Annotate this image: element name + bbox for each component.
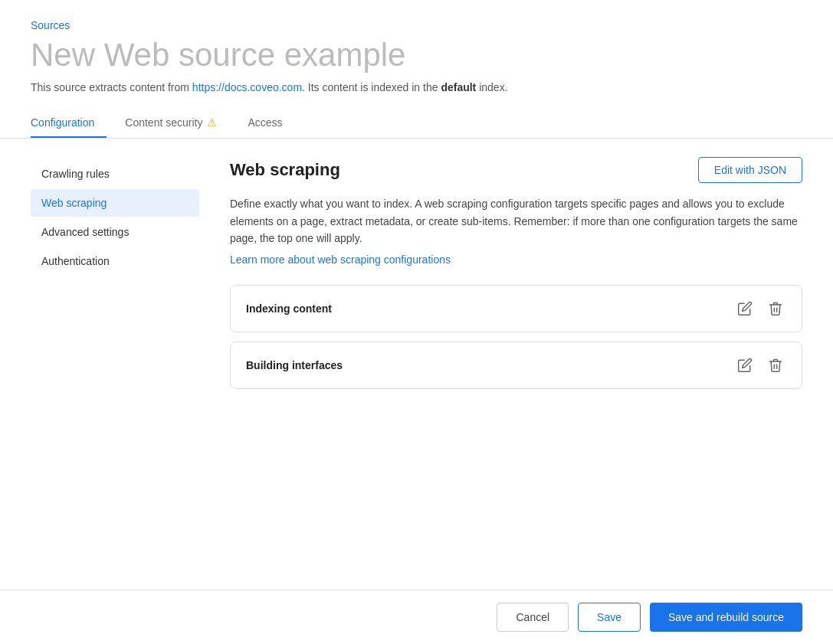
description-text: Define exactly what you want to index. A… xyxy=(230,195,802,247)
content-panel: Web scraping Edit with JSON Define exact… xyxy=(199,157,802,571)
page-container: Sources New Web source example This sour… xyxy=(0,0,833,644)
config-item-indexing-content-actions xyxy=(734,298,786,319)
sidebar-item-advanced-settings[interactable]: Advanced settings xyxy=(31,218,199,246)
sidebar-item-crawling-rules[interactable]: Crawling rules xyxy=(31,160,199,188)
delete-building-interfaces-button[interactable] xyxy=(765,355,786,376)
edit-icon xyxy=(737,358,753,373)
edit-indexing-content-button[interactable] xyxy=(734,298,756,319)
subtitle-after: . Its content is indexed in the xyxy=(302,81,441,93)
trash-icon xyxy=(768,358,783,373)
tab-access[interactable]: Access xyxy=(248,109,294,138)
edit-building-interfaces-button[interactable] xyxy=(734,355,756,376)
sidebar-item-crawling-rules-label: Crawling rules xyxy=(41,168,110,180)
config-item-building-interfaces-name: Building interfaces xyxy=(246,359,343,371)
sidebar-item-web-scraping-label: Web scraping xyxy=(41,197,107,209)
warning-icon: ⚠ xyxy=(207,116,217,129)
config-item-building-interfaces-actions xyxy=(734,355,786,376)
sidebar-item-web-scraping[interactable]: Web scraping xyxy=(31,189,199,217)
tab-content-security-label: Content security xyxy=(125,116,202,129)
save-button[interactable]: Save xyxy=(578,603,641,632)
config-item-building-interfaces: Building interfaces xyxy=(230,342,802,389)
page-title: New Web source example xyxy=(31,37,802,74)
edit-icon xyxy=(737,301,753,316)
subtitle: This source extracts content from https:… xyxy=(31,81,802,93)
section-title: Web scraping xyxy=(230,160,340,180)
tab-configuration-label: Configuration xyxy=(31,116,94,129)
edit-json-button[interactable]: Edit with JSON xyxy=(698,157,802,183)
sidebar-item-authentication[interactable]: Authentication xyxy=(31,247,199,275)
section-header: Web scraping Edit with JSON xyxy=(230,157,802,183)
breadcrumb[interactable]: Sources xyxy=(31,19,70,31)
sidebar-item-advanced-settings-label: Advanced settings xyxy=(41,226,129,238)
save-rebuild-button[interactable]: Save and rebuild source xyxy=(650,603,802,632)
main-content: Crawling rules Web scraping Advanced set… xyxy=(0,139,833,571)
subtitle-before: This source extracts content from xyxy=(31,81,192,93)
tab-content-security[interactable]: Content security ⚠ xyxy=(125,109,229,138)
delete-indexing-content-button[interactable] xyxy=(765,298,786,319)
footer-bar: Cancel Save Save and rebuild source xyxy=(0,590,833,644)
sidebar-item-authentication-label: Authentication xyxy=(41,255,110,267)
learn-more-link[interactable]: Learn more about web scraping configurat… xyxy=(230,253,451,266)
subtitle-index: default xyxy=(441,81,476,93)
subtitle-link[interactable]: https://docs.coveo.com xyxy=(192,81,302,93)
trash-icon xyxy=(768,301,783,316)
config-items-list: Indexing content xyxy=(230,285,802,389)
cancel-button[interactable]: Cancel xyxy=(497,603,569,632)
config-item-indexing-content-name: Indexing content xyxy=(246,302,332,315)
subtitle-index-suffix: index. xyxy=(476,81,507,93)
tab-access-label: Access xyxy=(248,116,282,129)
tab-configuration[interactable]: Configuration xyxy=(31,109,107,138)
sidebar-nav: Crawling rules Web scraping Advanced set… xyxy=(31,157,199,571)
config-item-indexing-content: Indexing content xyxy=(230,285,802,332)
tabs-bar: Configuration Content security ⚠ Access xyxy=(0,109,833,139)
header: Sources New Web source example This sour… xyxy=(0,0,833,93)
